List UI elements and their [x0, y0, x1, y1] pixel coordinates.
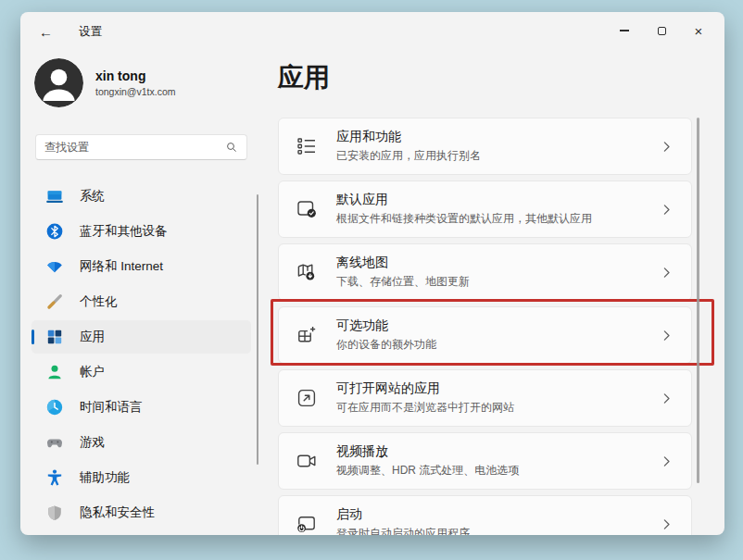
card-subtitle: 视频调整、HDR 流式处理、电池选项	[336, 463, 519, 479]
sidebar-item-label: 应用	[80, 329, 105, 345]
settings-card-offline-maps[interactable]: 离线地图下载、存储位置、地图更新	[278, 243, 692, 301]
sidebar-item-network-internet[interactable]: 网络和 Internet	[31, 250, 251, 283]
avatar	[34, 58, 83, 107]
chevron-right-icon	[659, 265, 674, 280]
sidebar-item-label: 帐户	[80, 364, 105, 380]
minimize-icon	[620, 30, 629, 31]
accounts-icon	[45, 363, 64, 381]
settings-card-default-apps[interactable]: 默认应用根据文件和链接种类设置的默认应用，其他默认应用	[278, 180, 692, 238]
search-input[interactable]	[44, 141, 225, 154]
card-title: 离线地图	[336, 255, 470, 271]
card-title: 启动	[336, 506, 470, 523]
maximize-button[interactable]	[643, 17, 680, 44]
card-subtitle: 你的设备的额外功能	[336, 337, 436, 353]
apps-icon	[45, 328, 64, 346]
user-profile: xin tong tongxin@v1tx.com	[34, 58, 176, 107]
settings-card-apps-for-websites[interactable]: 可打开网站的应用可在应用而不是浏览器中打开的网站	[278, 369, 692, 427]
card-text: 可选功能你的设备的额外功能	[336, 317, 436, 353]
sidebar-item-label: 隐私和安全性	[80, 504, 155, 521]
selected-indicator	[31, 330, 34, 344]
maximize-icon	[658, 27, 666, 35]
settings-card-list: 应用和功能已安装的应用，应用执行别名默认应用根据文件和链接种类设置的默认应用，其…	[278, 118, 692, 535]
sidebar-item-label: 游戏	[80, 434, 105, 451]
offline-maps-icon	[296, 261, 318, 283]
card-subtitle: 已安装的应用，应用执行别名	[336, 148, 481, 164]
personalization-icon	[45, 292, 64, 311]
chevron-right-icon	[659, 391, 674, 406]
back-button[interactable]: ←	[39, 25, 53, 39]
startup-icon	[296, 513, 318, 535]
chevron-right-icon	[659, 516, 674, 532]
settings-card-video-playback[interactable]: 视频播放视频调整、HDR 流式处理、电池选项	[278, 432, 692, 490]
close-icon: ×	[695, 23, 703, 39]
chevron-right-icon	[659, 454, 674, 469]
card-text: 默认应用根据文件和链接种类设置的默认应用，其他默认应用	[336, 192, 592, 227]
system-icon	[45, 187, 64, 205]
minimize-button[interactable]	[606, 17, 643, 44]
user-name: xin tong	[95, 68, 176, 83]
card-title: 可选功能	[336, 317, 436, 334]
sidebar-item-label: 蓝牙和其他设备	[80, 223, 168, 240]
card-text: 可打开网站的应用可在应用而不是浏览器中打开的网站	[336, 380, 514, 416]
sidebar-item-time-language[interactable]: 时间和语言	[31, 391, 251, 424]
time-language-icon	[45, 398, 64, 417]
sidebar-item-system[interactable]: 系统	[31, 180, 251, 213]
chevron-right-icon	[659, 139, 674, 155]
settings-card-optional-features[interactable]: 可选功能你的设备的额外功能	[278, 306, 692, 364]
card-subtitle: 可在应用而不是浏览器中打开的网站	[336, 400, 514, 416]
card-text: 视频播放视频调整、HDR 流式处理、电池选项	[336, 443, 519, 479]
chevron-right-icon	[659, 328, 674, 343]
user-email: tongxin@v1tx.com	[95, 86, 176, 97]
sidebar-scrollbar[interactable]	[257, 194, 258, 465]
card-title: 应用和功能	[336, 129, 481, 145]
sidebar-item-personalization[interactable]: 个性化	[31, 285, 251, 318]
sidebar-item-privacy-security[interactable]: 隐私和安全性	[31, 496, 251, 529]
close-button[interactable]: ×	[680, 17, 717, 44]
settings-card-apps-features[interactable]: 应用和功能已安装的应用，应用执行别名	[278, 118, 692, 175]
sidebar-item-label: 个性化	[80, 293, 118, 310]
bluetooth-icon	[45, 222, 64, 241]
optional-features-icon	[296, 324, 318, 346]
sidebar-item-label: 网络和 Internet	[80, 258, 163, 275]
card-title: 默认应用	[336, 192, 592, 208]
default-apps-icon	[296, 198, 318, 220]
sidebar-item-label: 系统	[80, 188, 105, 205]
window-title: 设置	[79, 24, 102, 40]
card-subtitle: 登录时自动启动的应用程序	[336, 526, 470, 535]
privacy-icon	[45, 504, 64, 522]
sidebar-item-label: 辅助功能	[80, 469, 130, 486]
card-subtitle: 下载、存储位置、地图更新	[336, 274, 470, 290]
chevron-right-icon	[659, 202, 674, 218]
sidebar-item-label: 时间和语言	[80, 399, 143, 416]
card-text: 启动登录时自动启动的应用程序	[336, 506, 470, 535]
open-websites-icon	[296, 387, 318, 409]
card-title: 可打开网站的应用	[336, 380, 514, 397]
sidebar-nav: 系统蓝牙和其他设备网络和 Internet个性化应用帐户时间和语言游戏辅助功能隐…	[31, 180, 251, 529]
main-scrollbar[interactable]	[697, 118, 699, 483]
card-title: 视频播放	[336, 443, 519, 460]
search-box[interactable]	[35, 134, 247, 160]
video-playback-icon	[296, 450, 318, 472]
card-subtitle: 根据文件和链接种类设置的默认应用，其他默认应用	[336, 211, 592, 227]
sidebar-item-accessibility[interactable]: 辅助功能	[31, 461, 251, 494]
card-text: 应用和功能已安装的应用，应用执行别名	[336, 129, 481, 164]
titlebar: ← 设置 ×	[20, 12, 724, 51]
apps-features-icon	[296, 135, 318, 157]
gaming-icon	[45, 433, 64, 452]
page-title: 应用	[278, 60, 330, 95]
network-icon	[45, 257, 64, 276]
sidebar-item-gaming[interactable]: 游戏	[31, 426, 251, 459]
search-icon	[225, 141, 238, 154]
sidebar-item-apps[interactable]: 应用	[31, 320, 251, 354]
sidebar-item-bluetooth-devices[interactable]: 蓝牙和其他设备	[31, 215, 251, 248]
window-controls: ×	[606, 17, 717, 44]
accessibility-icon	[45, 468, 64, 487]
settings-card-startup[interactable]: 启动登录时自动启动的应用程序	[278, 495, 692, 535]
card-text: 离线地图下载、存储位置、地图更新	[336, 255, 470, 290]
settings-window: ← 设置 × xin tong tongxin@v1tx.com 系统蓝牙和其他…	[20, 12, 724, 535]
sidebar-item-accounts[interactable]: 帐户	[31, 355, 251, 389]
